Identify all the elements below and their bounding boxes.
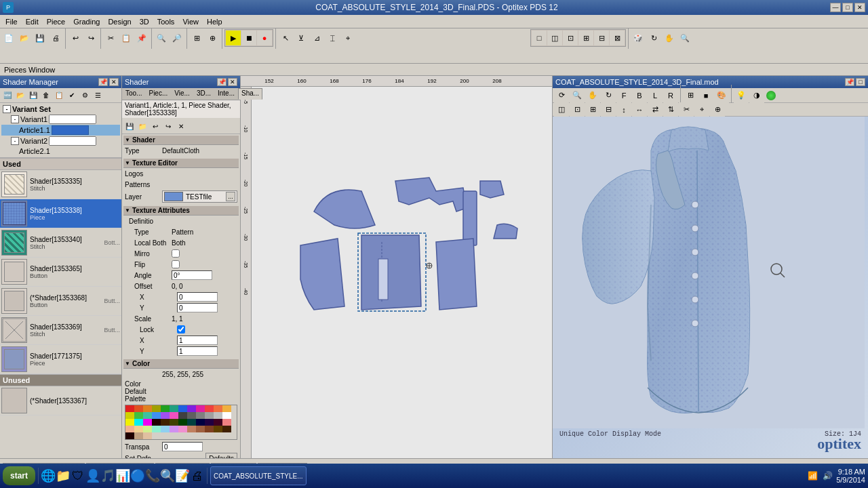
3d-tb2-6[interactable]: ↔	[632, 102, 647, 117]
palette-color-cell[interactable]	[125, 405, 134, 412]
palette-color-cell[interactable]	[152, 405, 161, 412]
panel-pin-button[interactable]: 📌	[98, 78, 108, 86]
palette-color-cell[interactable]	[134, 405, 143, 412]
shader-item-1353368[interactable]: (*Shader[1353368] Button Butt...	[0, 287, 121, 316]
variant-set-item[interactable]: - Variant Set	[1, 104, 120, 114]
menu-design[interactable]: Design	[104, 17, 135, 26]
variant1-input[interactable]	[49, 115, 96, 124]
tab-3d[interactable]: 3D...	[193, 88, 214, 100]
pieces-window-tab[interactable]: Pieces Window	[0, 64, 868, 76]
scale-x-input[interactable]	[177, 336, 218, 345]
menu-help[interactable]: Help	[203, 17, 226, 26]
3d-zoom-button[interactable]: 🔍	[677, 30, 692, 45]
palette-color-cell[interactable]	[161, 412, 170, 419]
3d-tb2-5[interactable]: ↕	[616, 102, 631, 117]
palette-color-cell[interactable]	[170, 405, 178, 412]
save-button[interactable]: 💾	[33, 30, 47, 45]
variant2-item[interactable]: - Variant2	[1, 136, 120, 146]
view-3d-content[interactable]: Unique Color Display Mode Size: 1J4 opti…	[553, 117, 868, 458]
palette-color-cell[interactable]	[161, 405, 170, 412]
3d-tb-pan[interactable]: ✋	[585, 88, 600, 103]
open-button[interactable]: 📂	[17, 30, 32, 45]
3d-pan-button[interactable]: ✋	[662, 30, 677, 45]
tool2-button[interactable]: ⊻	[294, 30, 309, 45]
palette-color-cell[interactable]	[222, 405, 231, 412]
3d-tb-front[interactable]: F	[616, 88, 631, 103]
article1-input[interactable]	[52, 125, 89, 135]
zoom-out-button[interactable]: 🔎	[170, 30, 184, 45]
sm-open-btn[interactable]: 📂	[14, 89, 26, 102]
paste-button[interactable]: 📌	[134, 30, 149, 45]
3d-tb2-4[interactable]: ⊟	[601, 102, 616, 117]
menu-file[interactable]: File	[1, 17, 22, 26]
palette-color-cell[interactable]	[161, 426, 170, 432]
3d-record-button[interactable]: ●	[257, 30, 272, 45]
article2-item[interactable]: Article2.1	[1, 146, 120, 156]
palette-color-cell[interactable]	[143, 405, 152, 412]
layer-more-button[interactable]: ...	[226, 192, 235, 201]
shader-saveas-btn[interactable]: 📁	[136, 121, 149, 133]
grid-button[interactable]: ⊞	[189, 30, 204, 45]
palette-color-cell[interactable]	[178, 405, 187, 412]
article1-item[interactable]: Article1.1	[1, 125, 120, 136]
palette-color-cell[interactable]	[143, 426, 152, 432]
palette-color-cell[interactable]	[143, 432, 152, 439]
minimize-button[interactable]: —	[830, 3, 841, 12]
mirror-checkbox[interactable]	[172, 249, 180, 258]
flip-checkbox[interactable]	[172, 260, 180, 268]
menu-edit[interactable]: Edit	[22, 17, 43, 26]
palette-color-cell[interactable]	[134, 426, 143, 432]
shader-item-1353367[interactable]: (*Shader[1353367]	[0, 386, 121, 415]
3d-tb-light[interactable]: 💡	[734, 88, 749, 103]
sm-copy-btn[interactable]: 📋	[53, 89, 65, 102]
zoom-in-button[interactable]: 🔍	[154, 30, 169, 45]
palette-color-cell[interactable]	[170, 419, 178, 426]
scale-y-input[interactable]	[177, 346, 218, 356]
palette-color-cell[interactable]	[152, 412, 161, 419]
taskbar-shield[interactable]: 🛡	[71, 469, 85, 483]
palette-color-cell[interactable]	[222, 426, 231, 432]
palette-color-cell[interactable]	[205, 426, 214, 432]
palette-color-cell[interactable]	[125, 432, 134, 439]
menu-view[interactable]: View	[178, 17, 203, 26]
palette-color-cell[interactable]	[170, 426, 178, 432]
3d-stop-button[interactable]: ⏹	[241, 30, 256, 45]
texture-attrs-header[interactable]: ▼ Texture Attributes	[123, 206, 239, 216]
taskbar-phone[interactable]: 📞	[146, 469, 159, 483]
variant1-item[interactable]: - Variant1	[1, 114, 120, 125]
3d-tb-rotate[interactable]: ↻	[601, 88, 616, 103]
tb-extra-6[interactable]: ⊠	[610, 30, 625, 45]
tb-extra-4[interactable]: ⊞	[578, 30, 593, 45]
3d-tb-left[interactable]: L	[648, 88, 663, 103]
palette-color-cell[interactable]	[222, 419, 231, 426]
palette-color-cell[interactable]	[178, 412, 187, 419]
palette-color-cell[interactable]	[196, 405, 205, 412]
menu-tools[interactable]: Tools	[153, 17, 179, 26]
sm-list-btn[interactable]: ☰	[92, 89, 104, 102]
color-section-header[interactable]: ▼ Color	[123, 359, 239, 369]
taskbar-chart[interactable]: 📊	[116, 469, 130, 483]
tb-extra-5[interactable]: ⊟	[594, 30, 609, 45]
taskbar-user[interactable]: 👤	[86, 469, 100, 483]
palette-color-cell[interactable]	[196, 426, 205, 432]
3d-tb-zoom[interactable]: 🔍	[570, 88, 585, 103]
shader-save-btn[interactable]: 💾	[123, 121, 136, 133]
palette-color-cell[interactable]	[205, 412, 214, 419]
3d-tb-green[interactable]	[766, 91, 776, 100]
variant2-input[interactable]	[49, 136, 96, 146]
palette-color-cell[interactable]	[187, 426, 196, 432]
tab-vie[interactable]: Vie...	[171, 88, 193, 100]
taskbar-print[interactable]: 🖨	[191, 469, 204, 483]
palette-color-cell[interactable]	[205, 405, 214, 412]
palette-color-cell[interactable]	[125, 426, 134, 432]
3d-tb-right[interactable]: R	[663, 88, 678, 103]
panel-close-button[interactable]: ✕	[109, 78, 119, 86]
menu-piece[interactable]: Piece	[43, 17, 70, 26]
sm-new-btn[interactable]: 🆕	[1, 89, 14, 102]
palette-color-cell[interactable]	[222, 412, 231, 419]
3d-view-button[interactable]: 🎲	[631, 30, 646, 45]
palette-color-cell[interactable]	[143, 419, 152, 426]
sm-delete-btn[interactable]: 🗑	[40, 89, 52, 102]
tab-too[interactable]: Too...	[122, 88, 145, 100]
tb-extra-1[interactable]: □	[532, 30, 547, 45]
